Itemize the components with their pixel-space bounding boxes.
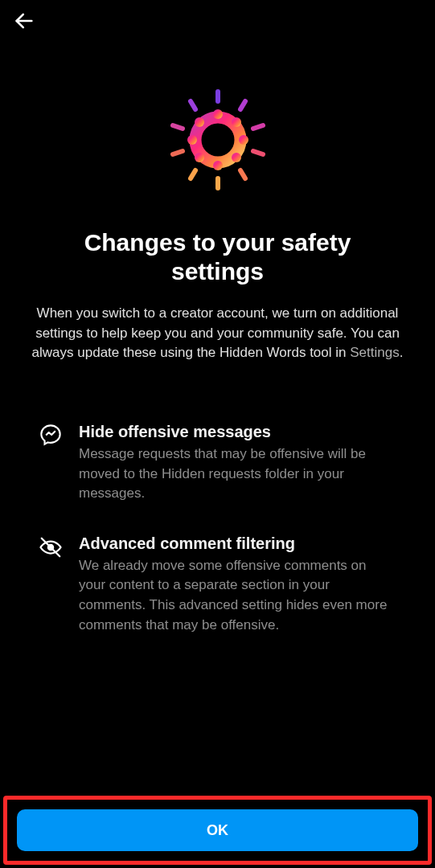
svg-line-7: [191, 170, 195, 178]
subtitle-after: .: [400, 345, 404, 360]
feature-desc: We already move some offensive comments …: [79, 556, 396, 636]
svg-point-17: [195, 153, 204, 162]
svg-point-15: [232, 153, 241, 162]
features-list: Hide offensive messages Message requests…: [19, 423, 416, 665]
feature-title: Advanced comment filtering: [79, 534, 396, 553]
svg-line-8: [173, 151, 183, 154]
feature-hide-offensive-messages: Hide offensive messages Message requests…: [39, 423, 396, 504]
gear-sun-icon: [162, 84, 274, 199]
main-content: Changes to your safety settings When you…: [0, 45, 435, 796]
svg-line-10: [191, 101, 195, 109]
svg-line-4: [253, 151, 263, 154]
svg-point-19: [195, 117, 204, 127]
feature-text: Hide offensive messages Message requests…: [79, 423, 396, 504]
ok-button[interactable]: OK: [17, 809, 418, 851]
footer-highlight: OK: [3, 796, 432, 865]
subtitle-text: When you switch to a creator account, we…: [32, 305, 400, 360]
page-subtitle: When you switch to a creator account, we…: [19, 304, 416, 363]
feature-title: Hide offensive messages: [79, 423, 396, 441]
svg-line-5: [240, 170, 245, 178]
settings-link[interactable]: Settings: [350, 345, 399, 360]
svg-point-16: [213, 161, 223, 170]
svg-line-2: [240, 101, 245, 109]
page-title: Changes to your safety settings: [19, 228, 416, 286]
svg-point-20: [202, 124, 234, 156]
hero-section: Changes to your safety settings When you…: [19, 84, 416, 363]
messenger-icon: [39, 423, 63, 504]
back-arrow-icon[interactable]: [13, 10, 35, 35]
feature-advanced-comment-filtering: Advanced comment filtering We already mo…: [39, 534, 396, 636]
eye-slash-icon: [39, 534, 63, 636]
svg-point-18: [187, 135, 197, 145]
svg-point-13: [232, 117, 241, 127]
svg-line-3: [253, 125, 263, 129]
feature-text: Advanced comment filtering We already mo…: [79, 534, 396, 636]
svg-line-9: [173, 125, 183, 129]
feature-desc: Message requests that may be offensive w…: [79, 444, 396, 504]
header-bar: [0, 0, 435, 45]
svg-point-14: [239, 135, 248, 145]
svg-point-12: [213, 109, 223, 119]
